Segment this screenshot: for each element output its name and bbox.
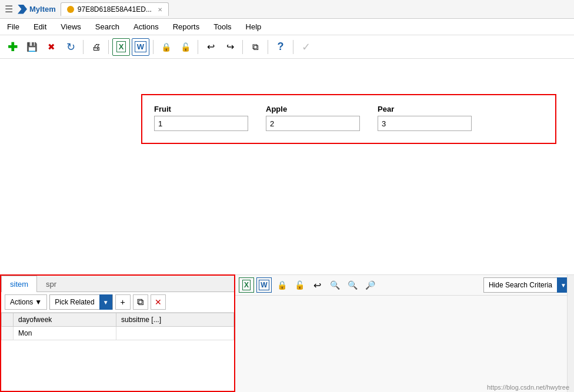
- lock-button[interactable]: 🔒: [157, 38, 175, 56]
- menu-actions[interactable]: Actions: [126, 19, 166, 35]
- pear-label: Pear: [378, 105, 472, 113]
- apple-field-container: Apple: [266, 105, 360, 131]
- rt-excel-button[interactable]: X: [239, 277, 254, 293]
- rt-word-button[interactable]: W: [256, 277, 272, 293]
- app-name: MyItem: [29, 5, 56, 14]
- excel-button[interactable]: X: [112, 38, 130, 56]
- rt-excel-icon: X: [242, 280, 251, 290]
- right-toolbar: X W 🔒 🔓 ↩ 🔍 🔍 🔎 Hide Search Criteria ▼: [235, 275, 574, 296]
- copy-row-icon: ⧉: [137, 297, 144, 307]
- rt-unlock-icon: 🔓: [295, 280, 305, 290]
- rt-search3-button[interactable]: 🔎: [362, 277, 378, 293]
- rt-search2-icon: 🔍: [348, 280, 358, 290]
- delete-button[interactable]: ✖: [42, 38, 60, 56]
- rt-search3-icon: 🔎: [365, 280, 375, 290]
- url-bar: https://blog.csdn.net/hwytree: [487, 384, 569, 391]
- tab-label: 97E8D618E58A41ED...: [78, 5, 152, 14]
- table-header-row: dayofweek subsitme [...]: [2, 313, 234, 327]
- menu-help[interactable]: Help: [239, 19, 269, 35]
- dayofweek-cell[interactable]: Mon: [14, 327, 116, 340]
- fruit-field-container: Fruit: [154, 105, 248, 131]
- help-button[interactable]: ?: [272, 38, 289, 56]
- rt-lock-button[interactable]: 🔒: [274, 277, 289, 293]
- add-row-button[interactable]: +: [115, 294, 131, 310]
- tab-bar: sitem spr: [1, 276, 234, 292]
- col-dayofweek-header: dayofweek: [14, 313, 116, 327]
- copy-button[interactable]: ⧉: [246, 38, 264, 56]
- form-section: Fruit Apple Pear: [141, 94, 556, 144]
- hide-search-label: Hide Search Criteria: [484, 281, 557, 289]
- separator-1: [83, 40, 84, 54]
- bottom-right-panel: X W 🔒 🔓 ↩ 🔍 🔍 🔎 Hide Search Criteria ▼: [235, 274, 574, 392]
- separator-2: [108, 40, 109, 54]
- separator-6: [268, 40, 268, 54]
- refresh-button[interactable]: ↻: [62, 38, 79, 56]
- menu-search[interactable]: Search: [88, 19, 126, 35]
- unlock-button[interactable]: 🔓: [176, 38, 194, 56]
- rt-undo-button[interactable]: ↩: [309, 277, 325, 293]
- undo-button[interactable]: ↩: [202, 38, 219, 56]
- menu-bar: File Edit Views Search Actions Reports T…: [0, 19, 574, 35]
- vertical-scrollbar[interactable]: [567, 275, 574, 392]
- separator-3: [153, 40, 153, 54]
- redo-button[interactable]: ↪: [221, 38, 239, 56]
- rt-lock-icon: 🔒: [277, 280, 287, 290]
- tab-favicon: [67, 6, 74, 13]
- form-row: Fruit Apple Pear: [154, 105, 543, 131]
- add-button[interactable]: ✚: [4, 38, 21, 56]
- rt-unlock-button[interactable]: 🔓: [292, 277, 307, 293]
- menu-reports[interactable]: Reports: [166, 19, 207, 35]
- data-table: dayofweek subsitme [...] Mon: [1, 313, 234, 340]
- apple-input[interactable]: [266, 116, 360, 131]
- menu-edit[interactable]: Edit: [26, 19, 54, 35]
- tab-close-button[interactable]: ✕: [158, 6, 162, 13]
- bottom-left-toolbar: Actions ▼ Pick Related ▼ + ⧉ ✕: [1, 292, 234, 313]
- table-container: dayofweek subsitme [...] Mon: [1, 313, 234, 391]
- main-content: Fruit Apple Pear sitem spr: [0, 59, 574, 392]
- bottom-left-panel: sitem spr Actions ▼ Pick Related ▼ + ⧉ ✕: [0, 274, 235, 392]
- print-button[interactable]: 🖨: [87, 38, 105, 56]
- menu-views[interactable]: Views: [54, 19, 88, 35]
- separator-5: [242, 40, 243, 54]
- separator-4: [198, 40, 198, 54]
- app-icon: [18, 5, 27, 14]
- table-row: Mon: [2, 327, 234, 340]
- app-title: MyItem: [18, 5, 56, 14]
- menu-tools[interactable]: Tools: [206, 19, 238, 35]
- rt-search2-button[interactable]: 🔍: [345, 277, 360, 293]
- delete-row-button[interactable]: ✕: [151, 294, 166, 310]
- pear-input[interactable]: [378, 116, 472, 131]
- pear-field-container: Pear: [378, 105, 472, 131]
- row-selector-cell[interactable]: [2, 327, 14, 340]
- word-button[interactable]: W: [132, 38, 149, 56]
- hide-search-dropdown[interactable]: Hide Search Criteria ▼: [483, 277, 570, 293]
- actions-label: Actions: [10, 298, 33, 306]
- actions-arrow-icon: ▼: [35, 298, 42, 306]
- pick-related-arrow-button[interactable]: ▼: [99, 294, 112, 310]
- rt-undo-icon: ↩: [313, 280, 321, 291]
- pick-related-dropdown[interactable]: Pick Related ▼: [49, 294, 112, 310]
- separator-7: [293, 40, 293, 54]
- check-button[interactable]: ✓: [297, 38, 315, 56]
- actions-button[interactable]: Actions ▼: [5, 294, 47, 310]
- menu-file[interactable]: File: [0, 19, 26, 35]
- spr-tab[interactable]: spr: [37, 276, 65, 292]
- sitem-tab[interactable]: sitem: [1, 276, 37, 292]
- rt-word-icon: W: [259, 280, 269, 290]
- pick-related-label: Pick Related: [50, 298, 99, 306]
- title-bar: ☰ MyItem 97E8D618E58A41ED... ✕: [0, 0, 574, 19]
- apple-label: Apple: [266, 105, 360, 113]
- fruit-label: Fruit: [154, 105, 248, 113]
- copy-row-button[interactable]: ⧉: [133, 294, 148, 310]
- active-tab[interactable]: 97E8D618E58A41ED... ✕: [61, 2, 169, 16]
- hamburger-icon[interactable]: ☰: [5, 4, 13, 15]
- bottom-panel: sitem spr Actions ▼ Pick Related ▼ + ⧉ ✕: [0, 274, 574, 392]
- rt-search-button[interactable]: 🔍: [327, 277, 342, 293]
- rt-search-icon: 🔍: [330, 280, 340, 290]
- main-toolbar: ✚ 💾 ✖ ↻ 🖨 X W 🔒 🔓 ↩ ↪ ⧉ ? ✓: [0, 35, 574, 59]
- subsitme-cell[interactable]: [116, 327, 233, 340]
- save-button[interactable]: 💾: [23, 38, 41, 56]
- fruit-input[interactable]: [154, 116, 248, 131]
- col-selector-header: [2, 313, 14, 327]
- col-subsitme-header: subsitme [...]: [116, 313, 233, 327]
